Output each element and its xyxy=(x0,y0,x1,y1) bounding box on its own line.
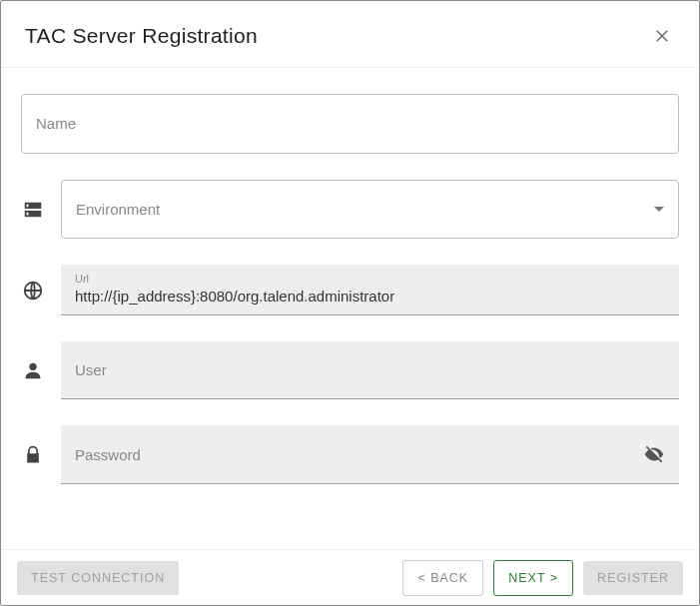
url-value: http://{ip_address}:8080/org.talend.admi… xyxy=(75,286,665,306)
form-area: Name Environment Url h xyxy=(1,68,699,484)
environment-label: Environment xyxy=(76,201,160,218)
close-icon xyxy=(653,27,671,45)
user-row: User xyxy=(21,341,679,399)
name-label: Name xyxy=(36,115,76,132)
url-label: Url xyxy=(75,273,665,286)
visibility-off-icon[interactable] xyxy=(643,443,665,465)
dialog-footer: TEST CONNECTION < BACK NEXT > REGISTER xyxy=(1,549,699,605)
test-connection-button[interactable]: TEST CONNECTION xyxy=(17,561,179,595)
user-input[interactable]: User xyxy=(61,341,679,399)
svg-point-3 xyxy=(29,363,36,370)
password-row: Password xyxy=(21,425,679,484)
environment-row: Environment xyxy=(21,180,679,239)
password-label: Password xyxy=(75,444,141,465)
environment-select[interactable]: Environment xyxy=(61,180,679,239)
back-button[interactable]: < BACK xyxy=(402,560,483,596)
dropdown-arrow-icon xyxy=(654,207,664,213)
next-button[interactable]: NEXT > xyxy=(493,560,573,596)
register-button[interactable]: REGISTER xyxy=(583,561,683,595)
dialog-title: TAC Server Registration xyxy=(25,24,258,48)
dns-icon xyxy=(21,199,45,221)
url-row: Url http://{ip_address}:8080/org.talend.… xyxy=(21,265,679,315)
globe-icon xyxy=(21,280,45,302)
lock-icon xyxy=(21,444,45,466)
dialog-header: TAC Server Registration xyxy=(1,1,699,68)
user-icon xyxy=(21,359,45,381)
name-input[interactable]: Name xyxy=(21,94,679,154)
password-input[interactable]: Password xyxy=(61,425,679,484)
close-button[interactable] xyxy=(649,23,675,49)
url-input[interactable]: Url http://{ip_address}:8080/org.talend.… xyxy=(61,265,679,315)
user-label: User xyxy=(75,359,665,380)
